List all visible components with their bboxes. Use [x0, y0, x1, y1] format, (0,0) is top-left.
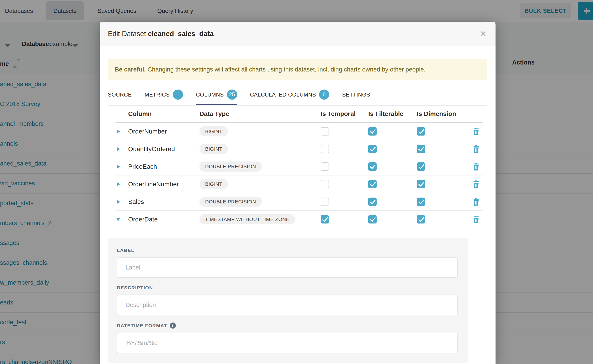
trash-icon[interactable] [473, 163, 480, 170]
is-filterable-checkbox[interactable] [368, 198, 377, 206]
trash-icon[interactable] [473, 216, 480, 223]
column-name: OrderDate [128, 216, 199, 223]
expand-caret-icon[interactable] [117, 200, 120, 204]
data-type-pill: DOUBLE PRECISION [199, 162, 262, 172]
info-icon[interactable]: i [170, 323, 176, 329]
datetime-format-input[interactable] [117, 333, 458, 353]
column-row: QuantityOrdered BIGINT [116, 140, 483, 158]
modal-header: Edit Dataset cleaned_sales_data ✕ [100, 22, 495, 46]
is-dimension-checkbox[interactable] [417, 215, 425, 223]
collapse-caret-icon[interactable] [116, 218, 120, 221]
is-temporal-checkbox[interactable] [321, 145, 329, 153]
metrics-count-badge: 1 [173, 90, 183, 100]
is-filterable-checkbox[interactable] [368, 145, 377, 153]
is-temporal-header: Is Temporal [321, 110, 368, 117]
data-type-header: Data Type [199, 110, 321, 117]
warning-text: Changing these settings will affect all … [148, 66, 426, 73]
trash-icon[interactable] [473, 128, 480, 135]
column-row: PriceEach DOUBLE PRECISION [116, 158, 483, 176]
column-name: OrderLineNumber [128, 181, 199, 188]
warning-bold-text: Be careful. [115, 66, 146, 73]
expand-caret-icon[interactable] [117, 165, 120, 169]
label-field-label: LABEL [117, 248, 459, 253]
is-temporal-checkbox[interactable] [321, 215, 329, 223]
data-type-pill: TIMESTAMP WITHOUT TIME ZONE [199, 214, 295, 224]
description-field-group: DESCRIPTION [117, 285, 459, 315]
is-dimension-checkbox[interactable] [417, 162, 425, 171]
dataset-name: cleaned_sales_data [148, 30, 213, 38]
is-dimension-checkbox[interactable] [417, 180, 425, 188]
is-filterable-checkbox[interactable] [368, 127, 377, 136]
expand-caret-icon[interactable] [117, 182, 120, 186]
description-input[interactable] [117, 294, 458, 315]
is-filterable-checkbox[interactable] [368, 215, 377, 223]
label-field-group: LABEL [117, 248, 459, 278]
columns-table: Column Data Type Is Temporal Is Filterab… [116, 105, 483, 228]
expand-caret-icon[interactable] [117, 130, 120, 134]
column-name: Sales [128, 198, 199, 205]
is-filterable-checkbox[interactable] [368, 162, 377, 171]
columns-table-header: Column Data Type Is Temporal Is Filterab… [116, 105, 483, 123]
is-temporal-checkbox[interactable] [321, 127, 329, 136]
modal-tabs: SOURCE METRICS1 COLUMNS25 CALCULATED COL… [108, 90, 488, 105]
label-input[interactable] [117, 257, 458, 278]
column-row: OrderNumber BIGINT [116, 123, 483, 140]
column-name: OrderNumber [128, 128, 199, 135]
column-detail-panel: LABEL DESCRIPTION DATETIME FORMAT i [108, 238, 468, 363]
trash-icon[interactable] [473, 180, 480, 188]
is-temporal-checkbox[interactable] [321, 162, 329, 171]
data-type-pill: BIGINT [199, 179, 228, 189]
warning-banner: Be careful. Changing these settings will… [108, 59, 488, 80]
data-type-pill: BIGINT [199, 144, 228, 154]
column-row-expanded: OrderDate TIMESTAMP WITHOUT TIME ZONE [116, 211, 483, 228]
modal-title: Edit Dataset cleaned_sales_data [108, 30, 214, 38]
calculated-columns-count-badge: 0 [319, 90, 329, 100]
column-header: Column [128, 110, 199, 117]
column-row: OrderLineNumber BIGINT [116, 176, 483, 193]
columns-count-badge: 25 [227, 90, 237, 100]
is-dimension-checkbox[interactable] [417, 127, 425, 136]
edit-dataset-modal: Edit Dataset cleaned_sales_data ✕ Be car… [100, 22, 495, 364]
tab-source[interactable]: SOURCE [108, 90, 132, 105]
column-name: QuantityOrdered [128, 145, 199, 153]
is-temporal-checkbox[interactable] [321, 198, 329, 206]
tab-columns[interactable]: COLUMNS25 [196, 90, 237, 105]
column-row: Sales DOUBLE PRECISION [116, 193, 483, 211]
is-dimension-header: Is Dimension [417, 110, 469, 117]
description-field-label: DESCRIPTION [117, 285, 459, 291]
datetime-format-field-group: DATETIME FORMAT i [117, 323, 459, 353]
modal-body: Be careful. Changing these settings will… [100, 59, 495, 363]
is-dimension-checkbox[interactable] [417, 145, 425, 153]
tab-metrics[interactable]: METRICS1 [145, 90, 183, 105]
tab-settings[interactable]: SETTINGS [342, 90, 370, 105]
datetime-format-field-label: DATETIME FORMAT i [117, 323, 459, 329]
data-type-pill: BIGINT [199, 126, 228, 136]
is-temporal-checkbox[interactable] [321, 180, 329, 188]
trash-icon[interactable] [473, 198, 480, 206]
trash-icon[interactable] [473, 145, 480, 153]
is-dimension-checkbox[interactable] [417, 198, 425, 206]
expand-caret-icon[interactable] [117, 147, 120, 151]
is-filterable-checkbox[interactable] [368, 180, 377, 188]
close-icon[interactable]: ✕ [480, 30, 487, 38]
is-filterable-header: Is Filterable [368, 110, 417, 117]
data-type-pill: DOUBLE PRECISION [199, 197, 262, 207]
column-name: PriceEach [128, 163, 199, 170]
tab-calculated-columns[interactable]: CALCULATED COLUMNS0 [250, 90, 329, 105]
